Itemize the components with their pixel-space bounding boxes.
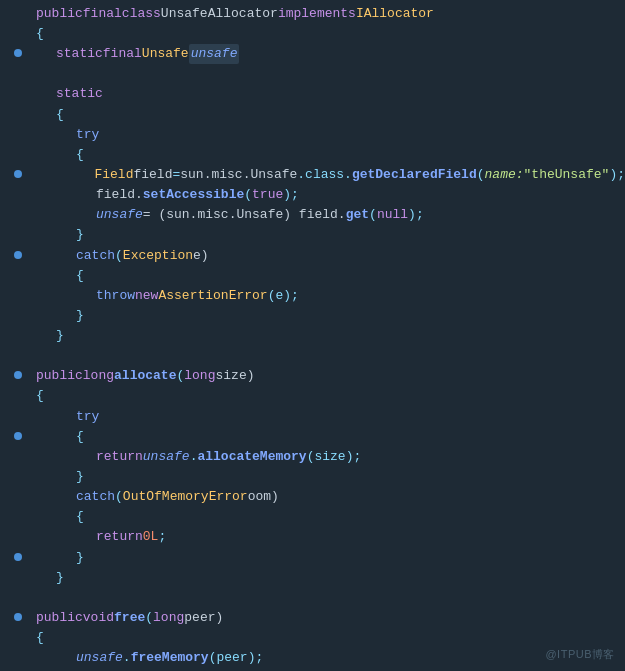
- code-line: {: [0, 507, 625, 527]
- code-line: [0, 588, 625, 608]
- gutter-dot: [14, 553, 22, 561]
- code-line: {: [0, 386, 625, 406]
- code-line: {: [0, 628, 625, 648]
- code-line: {: [0, 427, 625, 447]
- gutter-dot: [14, 432, 22, 440]
- code-line: {: [0, 24, 625, 44]
- code-line: return 0L;: [0, 527, 625, 547]
- code-line: field.setAccessible(true);: [0, 185, 625, 205]
- code-line: unsafe.freeMemory(peer);: [0, 648, 625, 668]
- code-line: return unsafe.allocateMemory(size);: [0, 447, 625, 467]
- code-editor: public final class UnsafeAllocator imple…: [0, 0, 625, 671]
- gutter-dot: [14, 49, 22, 57]
- gutter-dot: [14, 170, 22, 178]
- code-line: public void free(long peer): [0, 608, 625, 628]
- line-gutter: [8, 170, 28, 178]
- line-gutter: [8, 432, 28, 440]
- code-line: }: [0, 467, 625, 487]
- code-line: static final Unsafe unsafe: [0, 44, 625, 64]
- code-line: [0, 64, 625, 84]
- code-line: [0, 346, 625, 366]
- watermark: @ITPUB博客: [545, 646, 615, 663]
- gutter-dot: [14, 613, 22, 621]
- code-line: catch (OutOfMemoryError oom): [0, 487, 625, 507]
- code-line: }: [0, 306, 625, 326]
- code-line: }: [0, 326, 625, 346]
- code-line: }: [0, 568, 625, 588]
- code-line: {: [0, 145, 625, 165]
- code-line: try: [0, 125, 625, 145]
- code-line: public long allocate(long size): [0, 366, 625, 386]
- line-gutter: [8, 49, 28, 57]
- line-gutter: [8, 613, 28, 621]
- code-line: static: [0, 84, 625, 104]
- code-line: throw new AssertionError(e);: [0, 286, 625, 306]
- code-line: {: [0, 266, 625, 286]
- code-line: try: [0, 407, 625, 427]
- code-line: {: [0, 105, 625, 125]
- gutter-dot: [14, 251, 22, 259]
- gutter-dot: [14, 371, 22, 379]
- line-gutter: [8, 553, 28, 561]
- line-gutter: [8, 371, 28, 379]
- code-line: public final class UnsafeAllocator imple…: [0, 4, 625, 24]
- code-line: }: [0, 225, 625, 245]
- code-line: }: [0, 548, 625, 568]
- code-line: Field field = sun.misc.Unsafe.class.getD…: [0, 165, 625, 185]
- code-line: unsafe = (sun.misc.Unsafe) field.get(nul…: [0, 205, 625, 225]
- line-gutter: [8, 251, 28, 259]
- code-line: catch (Exception e): [0, 246, 625, 266]
